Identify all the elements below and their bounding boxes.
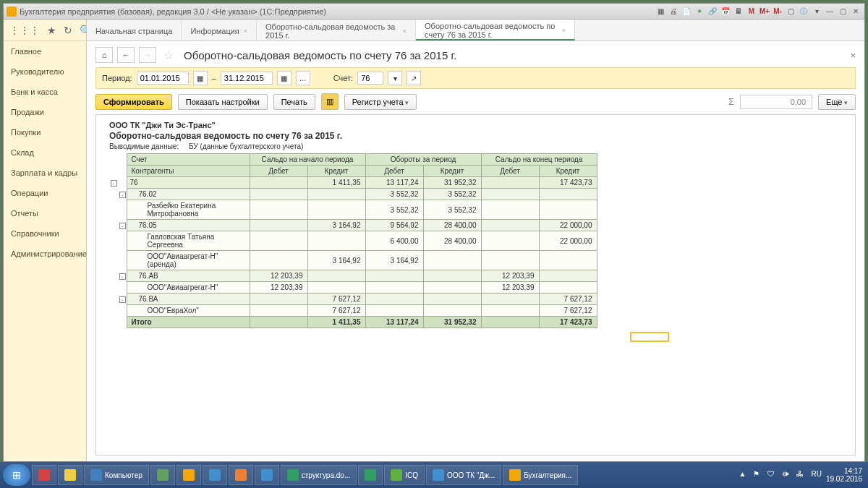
taskbar-item[interactable]: [176, 465, 201, 485]
minimize-button[interactable]: —: [824, 6, 835, 17]
date-to-input[interactable]: [221, 72, 273, 85]
taskbar-item[interactable]: Бухгалтерия...: [503, 465, 578, 485]
tree-toggle[interactable]: -: [119, 296, 126, 303]
home-button[interactable]: ⌂: [95, 47, 113, 63]
taskbar-item[interactable]: [32, 465, 56, 485]
sidebar-item[interactable]: Администрирование: [4, 244, 86, 264]
tool-icon[interactable]: 📅: [720, 6, 731, 17]
sidebar-item[interactable]: Банк и касса: [4, 82, 86, 102]
tray-icon[interactable]: 🛡: [767, 470, 778, 480]
taskbar-item[interactable]: [229, 465, 253, 485]
tab-close-icon[interactable]: ×: [244, 27, 247, 35]
tray-clock[interactable]: 14:17 19.02.2016: [826, 467, 862, 483]
close-page-button[interactable]: ×: [850, 50, 856, 61]
help-icon[interactable]: ⓘ: [798, 6, 809, 17]
date-from-input[interactable]: [137, 72, 189, 85]
tab[interactable]: Информация×: [182, 20, 257, 40]
memory-m[interactable]: M: [746, 6, 757, 17]
generate-button[interactable]: Сформировать: [95, 94, 172, 110]
print-button[interactable]: Печать: [273, 94, 315, 110]
account-dropdown[interactable]: ▾: [388, 71, 402, 85]
tab[interactable]: Оборотно-сальдовая ведомость за 2015 г.×: [257, 20, 416, 40]
table-row[interactable]: Гавловская Татьяна Сергеевна6 400,0028 4…: [109, 231, 597, 251]
taskbar-item[interactable]: структура.do...: [281, 465, 357, 485]
save-button[interactable]: ▥: [321, 93, 339, 110]
sidebar-item[interactable]: Склад: [4, 142, 86, 163]
period-picker-button[interactable]: …: [296, 71, 310, 85]
tab[interactable]: Оборотно-сальдовая ведомость по счету 76…: [416, 20, 575, 40]
taskbar-item-icon: [235, 469, 247, 481]
sidebar-item[interactable]: Продажи: [4, 102, 86, 122]
dropdown-icon[interactable]: ▾: [811, 6, 822, 17]
account-open-button[interactable]: ↗: [407, 71, 421, 85]
taskbar-item[interactable]: [150, 465, 175, 485]
apps-icon[interactable]: ⋮⋮⋮: [9, 25, 40, 36]
tree-toggle[interactable]: -: [119, 223, 126, 229]
table-row[interactable]: -76.053 164,929 564,9228 400,0022 000,00: [109, 220, 597, 231]
taskbar-item[interactable]: [203, 465, 227, 485]
memory-mminus[interactable]: M-: [772, 6, 783, 17]
register-button[interactable]: Регистр учета: [344, 94, 417, 110]
taskbar-item-icon: [209, 469, 221, 481]
table-row[interactable]: -76.АВ12 203,3912 203,39: [109, 270, 597, 282]
tool-icon[interactable]: 🖨: [668, 6, 679, 17]
table-row[interactable]: ООО"Авиаагрегат-Н"12 203,3912 203,39: [109, 282, 597, 294]
tab-close-icon[interactable]: ×: [562, 27, 566, 34]
tree-toggle[interactable]: -: [119, 192, 126, 198]
memory-mplus[interactable]: M+: [759, 6, 770, 17]
table-row[interactable]: -761 411,3513 117,2431 952,3217 423,73: [109, 177, 597, 189]
close-button[interactable]: ✕: [850, 6, 861, 17]
tray-icon[interactable]: 🕪: [782, 470, 792, 480]
taskbar-item-icon: [261, 469, 273, 481]
maximize-button[interactable]: ▢: [837, 6, 848, 17]
report-area[interactable]: ООО ТК "Джи Ти Эс-Транс" Оборотно-сальдо…: [95, 114, 856, 455]
sidebar: ⋮⋮⋮ ★ ↻ 🔍 ГлавноеРуководителюБанк и касс…: [4, 20, 87, 461]
table-row[interactable]: -76.ВА7 627,127 627,12: [109, 294, 597, 305]
calendar-to-button[interactable]: ▦: [277, 71, 292, 85]
settings-button[interactable]: Показать настройки: [178, 94, 268, 110]
sidebar-item[interactable]: Покупки: [4, 122, 86, 142]
tray-icon[interactable]: ▲: [739, 470, 749, 480]
more-button[interactable]: Еще: [818, 94, 856, 110]
forward-button[interactable]: →: [139, 47, 156, 63]
sidebar-item[interactable]: Операции: [4, 183, 86, 203]
report-table: СчетСальдо на начало периодаОбороты за п…: [109, 153, 597, 328]
taskbar-item[interactable]: ICQ: [384, 465, 425, 485]
taskbar-item[interactable]: Компьютер: [84, 465, 149, 485]
tray-lang[interactable]: RU: [811, 470, 821, 480]
tray-icon[interactable]: 🖧: [796, 470, 807, 480]
taskbar-item[interactable]: ООО ТК "Дж...: [426, 465, 501, 485]
sidebar-item[interactable]: Главное: [4, 41, 86, 61]
period-dash: –: [212, 74, 216, 82]
table-row[interactable]: ООО"ЕвраХол"7 627,127 627,12: [109, 305, 597, 317]
tab[interactable]: Начальная страница: [87, 20, 182, 40]
star-icon[interactable]: ★: [47, 25, 56, 36]
tool-icon[interactable]: ▢: [785, 6, 796, 17]
titlebar: Бухгалтерия предприятия (базовая), редак…: [4, 4, 864, 20]
sidebar-item[interactable]: Отчеты: [4, 203, 86, 223]
tree-toggle[interactable]: -: [119, 273, 126, 280]
taskbar-item[interactable]: [58, 465, 82, 485]
calendar-from-button[interactable]: ▦: [193, 71, 208, 85]
tool-icon[interactable]: 🔗: [707, 6, 718, 17]
tool-icon[interactable]: ▦: [655, 6, 666, 17]
tree-toggle[interactable]: -: [111, 180, 117, 187]
tool-icon[interactable]: 🖩: [733, 6, 744, 17]
table-row[interactable]: -76.023 552,323 552,32: [109, 189, 597, 200]
tab-close-icon[interactable]: ×: [403, 27, 407, 35]
tray-icon[interactable]: ⚑: [753, 470, 763, 480]
back-button[interactable]: ←: [117, 47, 135, 63]
table-row[interactable]: ООО"Авиаагрегат-Н" (аренда)3 164,923 164…: [109, 251, 597, 270]
taskbar-item[interactable]: [358, 465, 383, 485]
sidebar-item[interactable]: Зарплата и кадры: [4, 163, 86, 183]
taskbar-item[interactable]: [255, 465, 279, 485]
account-input[interactable]: [357, 72, 383, 85]
start-button[interactable]: ⊞: [3, 464, 30, 486]
tool-icon[interactable]: ✶: [694, 6, 705, 17]
sidebar-item[interactable]: Справочники: [4, 223, 86, 244]
tool-icon[interactable]: 📄: [681, 6, 692, 17]
favorite-icon[interactable]: ☆: [163, 48, 174, 62]
sidebar-item[interactable]: Руководителю: [4, 61, 86, 82]
history-icon[interactable]: ↻: [64, 25, 72, 36]
table-row[interactable]: Разбейко Екатерина Митрофановна3 552,323…: [109, 200, 597, 220]
